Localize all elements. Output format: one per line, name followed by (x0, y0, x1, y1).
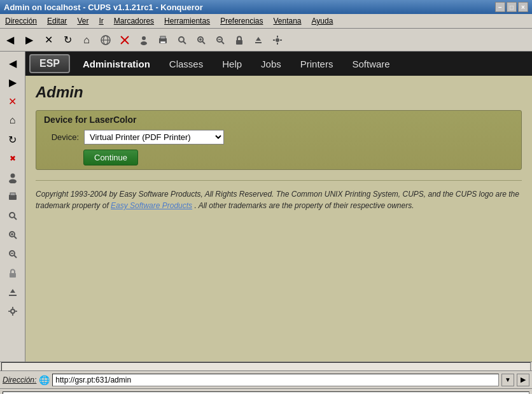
menu-ver[interactable]: Ver (74, 15, 91, 27)
menu-ventana[interactable]: Ventana (271, 15, 304, 27)
continue-button-wrapper: Continue (44, 148, 514, 165)
sidebar-lock-icon[interactable] (4, 264, 22, 282)
svg-rect-24 (277, 43, 278, 45)
close-button[interactable]: × (518, 2, 528, 12)
address-input[interactable] (52, 374, 499, 386)
tab-classes[interactable]: Classes (160, 55, 212, 73)
menu-direccion[interactable]: Dirección (3, 15, 39, 27)
svg-line-11 (183, 41, 186, 44)
sidebar-reload-icon[interactable]: ↻ (4, 130, 22, 148)
minimize-button[interactable]: − (495, 2, 505, 12)
svg-point-27 (10, 174, 15, 178)
device-select[interactable]: Virtual Printer (PDF Printer) AppSocket/… (84, 130, 224, 144)
svg-rect-23 (277, 36, 278, 38)
tab-administration[interactable]: Administration (74, 55, 159, 73)
svg-rect-46 (8, 311, 10, 312)
sidebar-stop-icon[interactable]: ✕ (4, 92, 22, 110)
sidebar-user-icon[interactable] (4, 169, 22, 186)
svg-rect-9 (160, 41, 165, 43)
device-label: Device: (44, 132, 79, 142)
stop-button[interactable]: ✕ (39, 31, 57, 49)
reload-button[interactable]: ↻ (59, 31, 76, 49)
svg-marker-42 (10, 289, 15, 293)
menu-herramientas[interactable]: Herramientas (162, 15, 213, 27)
svg-line-18 (221, 41, 224, 44)
menu-editar[interactable]: Editar (45, 15, 69, 27)
zoom-in-button[interactable] (192, 31, 210, 49)
sidebar-tools-icon[interactable] (4, 302, 22, 320)
copyright-text: Copyright 1993-2004 by Easy Software Pro… (36, 180, 522, 211)
svg-line-36 (14, 236, 17, 239)
address-dropdown-button[interactable]: ▼ (501, 374, 514, 386)
svg-point-43 (11, 309, 15, 313)
network-button[interactable] (97, 31, 115, 49)
magnify-button[interactable] (173, 31, 191, 49)
svg-rect-25 (273, 39, 275, 41)
forward-button[interactable]: ▶ (20, 31, 38, 49)
svg-point-31 (10, 213, 15, 218)
continue-button[interactable]: Continue (83, 150, 138, 165)
svg-rect-19 (236, 40, 242, 45)
device-row: Device: Virtual Printer (PDF Printer) Ap… (44, 130, 514, 144)
toolbar: ◀ ▶ ✕ ↻ ⌂ (0, 29, 532, 52)
globe-icon: 🌐 (39, 375, 50, 385)
device-section: Device for LaserColor Device: Virtual Pr… (36, 110, 522, 170)
browser-area: ◀ ▶ ✕ ⌂ ↻ ✖ ESP (0, 52, 532, 362)
svg-rect-30 (10, 193, 15, 195)
svg-line-39 (14, 255, 17, 258)
svg-rect-44 (12, 307, 13, 309)
menu-ir[interactable]: Ir (96, 15, 106, 27)
window-controls: − □ × (495, 2, 528, 12)
back-button[interactable]: ◀ (1, 31, 19, 49)
tab-printers[interactable]: Printers (291, 55, 342, 73)
sidebar-forward-icon[interactable]: ▶ (4, 73, 22, 91)
status-text (3, 391, 529, 395)
menu-preferencias[interactable]: Preferencias (218, 15, 265, 27)
horizontal-scrollbar[interactable] (1, 362, 531, 371)
sidebar-download-icon[interactable] (4, 283, 22, 301)
zoom-out-button[interactable] (211, 31, 229, 49)
sidebar-zoomin-icon[interactable] (4, 226, 22, 244)
sidebar-search-icon[interactable] (4, 207, 22, 225)
svg-rect-45 (12, 314, 13, 316)
user-button[interactable] (135, 31, 153, 49)
sidebar-back-icon[interactable]: ◀ (4, 54, 22, 72)
svg-line-15 (202, 41, 205, 44)
sidebar: ◀ ▶ ✕ ⌂ ↻ ✖ (0, 52, 25, 362)
svg-point-5 (142, 36, 146, 40)
copyright-link[interactable]: Easy Software Products (111, 201, 192, 210)
page-title: Admin (36, 83, 522, 101)
svg-rect-20 (255, 42, 262, 43)
address-goto-button[interactable]: ▶ (517, 374, 529, 386)
home-button[interactable]: ⌂ (78, 31, 95, 49)
tab-software[interactable]: Software (343, 55, 398, 73)
svg-rect-41 (9, 295, 17, 296)
tab-help[interactable]: Help (213, 55, 251, 73)
nav-tabs: ESP Administration Classes Help Jobs Pri… (25, 52, 532, 76)
svg-rect-8 (160, 36, 165, 39)
sidebar-home-icon[interactable]: ⌂ (4, 111, 22, 129)
lock-button[interactable] (230, 31, 248, 49)
window-title: Admin on localhost - CUPS v1.1.21rc1 - K… (4, 3, 203, 12)
menu-bar: Dirección Editar Ver Ir Marcadores Herra… (0, 14, 532, 29)
cross-button[interactable] (116, 31, 134, 49)
menu-marcadores[interactable]: Marcadores (111, 15, 157, 27)
tab-jobs[interactable]: Jobs (252, 55, 290, 73)
address-bar: Dirección: 🌐 ▼ ▶ (0, 370, 532, 388)
maximize-button[interactable]: □ (507, 2, 517, 12)
menu-ayuda[interactable]: Ayuda (309, 15, 336, 27)
gear-button[interactable] (269, 31, 286, 49)
svg-rect-47 (15, 311, 17, 312)
status-bar (0, 388, 532, 394)
sidebar-cross-icon[interactable]: ✖ (4, 150, 22, 167)
download-button[interactable] (249, 31, 267, 49)
print-button[interactable] (154, 31, 172, 49)
sidebar-print-icon[interactable] (4, 188, 22, 206)
title-bar: Admin on localhost - CUPS v1.1.21rc1 - K… (0, 0, 532, 14)
device-section-title: Device for LaserColor (44, 115, 514, 125)
address-label: Dirección: (3, 376, 36, 384)
svg-rect-26 (280, 39, 282, 41)
svg-point-22 (276, 38, 279, 42)
esp-logo: ESP (29, 54, 70, 73)
sidebar-zoomout-icon[interactable] (4, 245, 22, 263)
